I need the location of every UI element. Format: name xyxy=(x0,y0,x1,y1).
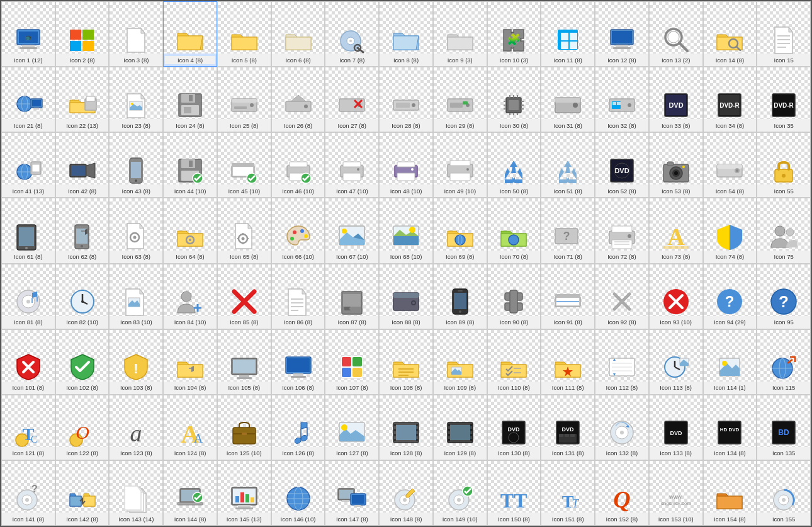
icon-cell-155[interactable]: Icon 155 xyxy=(757,460,811,526)
icon-cell-30[interactable]: Icon 30 (8) xyxy=(487,67,541,132)
icon-cell-63[interactable]: Icon 63 (8) xyxy=(109,198,163,263)
icon-cell-47[interactable]: Icon 47 (10) xyxy=(325,132,379,198)
icon-cell-27[interactable]: Icon 27 (8) xyxy=(325,67,379,132)
icon-cell-11[interactable]: Icon 11 (8) xyxy=(541,1,595,67)
icon-cell-68[interactable]: Icon 68 (10) xyxy=(379,198,433,263)
icon-cell-88[interactable]: Icon 88 (8) xyxy=(379,264,433,329)
icon-cell-101[interactable]: Icon 101 (8) xyxy=(1,329,55,395)
icon-cell-10[interactable]: 🧩Icon 10 (3) xyxy=(487,1,541,67)
icon-cell-25[interactable]: Icon 25 (8) xyxy=(217,67,271,132)
icon-cell-127[interactable]: Icon 127 (8) xyxy=(325,395,379,460)
icon-cell-8[interactable]: Icon 8 (8) xyxy=(379,1,433,67)
icon-cell-114[interactable]: Icon 114 (1) xyxy=(703,329,757,395)
icon-cell-142[interactable]: Icon 142 (8) xyxy=(55,460,110,526)
icon-cell-4[interactable]: Icon 4 (8) xyxy=(163,1,217,67)
icon-cell-69[interactable]: Icon 69 (8) xyxy=(433,198,487,263)
icon-cell-21[interactable]: Icon 21 (8) xyxy=(1,67,55,132)
icon-cell-85[interactable]: Icon 85 (8) xyxy=(217,264,271,329)
icon-cell-48[interactable]: Icon 48 (10) xyxy=(379,132,433,198)
icon-cell-145[interactable]: Icon 145 (13) xyxy=(217,460,271,526)
icon-cell-45[interactable]: Icon 45 (10) xyxy=(217,132,271,198)
icon-cell-143[interactable]: Icon 143 (14) xyxy=(109,460,163,526)
icon-cell-43[interactable]: Icon 43 (8) xyxy=(109,132,163,198)
icon-cell-150[interactable]: TTIcon 150 (8) xyxy=(487,460,541,526)
icon-cell-133[interactable]: DVDIcon 133 (8) xyxy=(649,395,703,460)
icon-cell-128[interactable]: Icon 128 (8) xyxy=(379,395,433,460)
icon-cell-146[interactable]: Icon 146 (10) xyxy=(271,460,325,526)
icon-cell-92[interactable]: Icon 92 (8) xyxy=(595,264,649,329)
icon-cell-121[interactable]: TCIcon 121 (8) xyxy=(1,395,55,460)
icon-cell-29[interactable]: Icon 29 (8) xyxy=(433,67,487,132)
icon-cell-89[interactable]: Icon 89 (8) xyxy=(433,264,487,329)
icon-cell-9[interactable]: Icon 9 (3) xyxy=(433,1,487,67)
icon-cell-103[interactable]: !Icon 103 (8) xyxy=(109,329,163,395)
icon-cell-52[interactable]: DVDIcon 52 (8) xyxy=(595,132,649,198)
icon-cell-41[interactable]: Icon 41 (13) xyxy=(1,132,55,198)
icon-cell-135[interactable]: BDIcon 135 xyxy=(757,395,811,460)
icon-cell-73[interactable]: AIcon 73 (8) xyxy=(649,198,703,263)
icon-cell-66[interactable]: Icon 66 (10) xyxy=(271,198,325,263)
icon-cell-86[interactable]: Icon 86 (8) xyxy=(271,264,325,329)
icon-cell-105[interactable]: Icon 105 (8) xyxy=(217,329,271,395)
icon-cell-71[interactable]: ?Icon 71 (8) xyxy=(541,198,595,263)
icon-cell-42[interactable]: Icon 42 (8) xyxy=(55,132,110,198)
icon-cell-32[interactable]: Icon 32 (8) xyxy=(595,67,649,132)
icon-cell-106[interactable]: Icon 106 (8) xyxy=(271,329,325,395)
icon-cell-132[interactable]: Icon 132 (8) xyxy=(595,395,649,460)
icon-cell-141[interactable]: ?Icon 141 (8) xyxy=(1,460,55,526)
icon-cell-93[interactable]: Icon 93 (10) xyxy=(649,264,703,329)
icon-cell-64[interactable]: Icon 64 (8) xyxy=(163,198,217,263)
icon-cell-104[interactable]: Icon 104 (8) xyxy=(163,329,217,395)
icon-cell-148[interactable]: Icon 148 (8) xyxy=(379,460,433,526)
icon-cell-82[interactable]: Icon 82 (10) xyxy=(55,264,110,329)
icon-cell-5[interactable]: Icon 5 (8) xyxy=(217,1,271,67)
icon-cell-125[interactable]: Icon 125 (10) xyxy=(217,395,271,460)
icon-cell-7[interactable]: Icon 7 (8) xyxy=(325,1,379,67)
icon-cell-144[interactable]: Icon 144 (8) xyxy=(163,460,217,526)
icon-cell-154[interactable]: Icon 154 (8) xyxy=(703,460,757,526)
icon-cell-124[interactable]: AAIcon 124 (8) xyxy=(163,395,217,460)
icon-cell-113[interactable]: Icon 113 (8) xyxy=(649,329,703,395)
icon-cell-115[interactable]: Icon 115 xyxy=(757,329,811,395)
icon-cell-129[interactable]: Icon 129 (8) xyxy=(433,395,487,460)
icon-cell-111[interactable]: Icon 111 (8) xyxy=(541,329,595,395)
icon-cell-12[interactable]: Icon 12 (8) xyxy=(595,1,649,67)
icon-cell-122[interactable]: OIcon 122 (8) xyxy=(55,395,110,460)
icon-cell-61[interactable]: Icon 61 (8) xyxy=(1,198,55,263)
icon-cell-49[interactable]: Icon 49 (10) xyxy=(433,132,487,198)
icon-cell-131[interactable]: DVDIcon 131 (8) xyxy=(541,395,595,460)
icon-cell-22[interactable]: Icon 22 (13) xyxy=(55,67,110,132)
icon-cell-108[interactable]: Icon 108 (8) xyxy=(379,329,433,395)
icon-cell-34[interactable]: DVD-RIcon 34 (8) xyxy=(703,67,757,132)
icon-cell-13[interactable]: Icon 13 (2) xyxy=(649,1,703,67)
icon-cell-90[interactable]: Icon 90 (8) xyxy=(487,264,541,329)
icon-cell-107[interactable]: Icon 107 (8) xyxy=(325,329,379,395)
icon-cell-94[interactable]: ?Icon 94 (29) xyxy=(703,264,757,329)
icon-cell-152[interactable]: QIcon 152 (8) xyxy=(595,460,649,526)
icon-cell-44[interactable]: Icon 44 (10) xyxy=(163,132,217,198)
icon-cell-147[interactable]: Icon 147 (8) xyxy=(325,460,379,526)
icon-cell-65[interactable]: Icon 65 (8) xyxy=(217,198,271,263)
icon-cell-126[interactable]: Icon 126 (8) xyxy=(271,395,325,460)
icon-cell-15[interactable]: Icon 15 xyxy=(757,1,811,67)
icon-cell-53[interactable]: Icon 53 (8) xyxy=(649,132,703,198)
icon-cell-28[interactable]: Icon 28 (8) xyxy=(379,67,433,132)
icon-cell-75[interactable]: Icon 75 xyxy=(757,198,811,263)
icon-cell-51[interactable]: Icon 51 (8) xyxy=(541,132,595,198)
icon-cell-24[interactable]: Icon 24 (8) xyxy=(163,67,217,132)
icon-cell-109[interactable]: Icon 109 (8) xyxy=(433,329,487,395)
icon-cell-84[interactable]: Icon 84 (10) xyxy=(163,264,217,329)
icon-cell-35[interactable]: DVD-RIcon 35 xyxy=(757,67,811,132)
icon-cell-72[interactable]: Icon 72 (8) xyxy=(595,198,649,263)
icon-cell-74[interactable]: Icon 74 (8) xyxy=(703,198,757,263)
icon-cell-3[interactable]: Icon 3 (8) xyxy=(109,1,163,67)
icon-cell-46[interactable]: Icon 46 (10) xyxy=(271,132,325,198)
icon-cell-87[interactable]: Icon 87 (8) xyxy=(325,264,379,329)
icon-cell-62[interactable]: Icon 62 (8) xyxy=(55,198,110,263)
icon-cell-55[interactable]: Icon 55 xyxy=(757,132,811,198)
icon-cell-149[interactable]: Icon 149 (10) xyxy=(433,460,487,526)
icon-cell-134[interactable]: HD DVDIcon 134 (8) xyxy=(703,395,757,460)
icon-cell-110[interactable]: Icon 110 (8) xyxy=(487,329,541,395)
icon-cell-54[interactable]: Icon 54 (8) xyxy=(703,132,757,198)
icon-cell-81[interactable]: Icon 81 (8) xyxy=(1,264,55,329)
